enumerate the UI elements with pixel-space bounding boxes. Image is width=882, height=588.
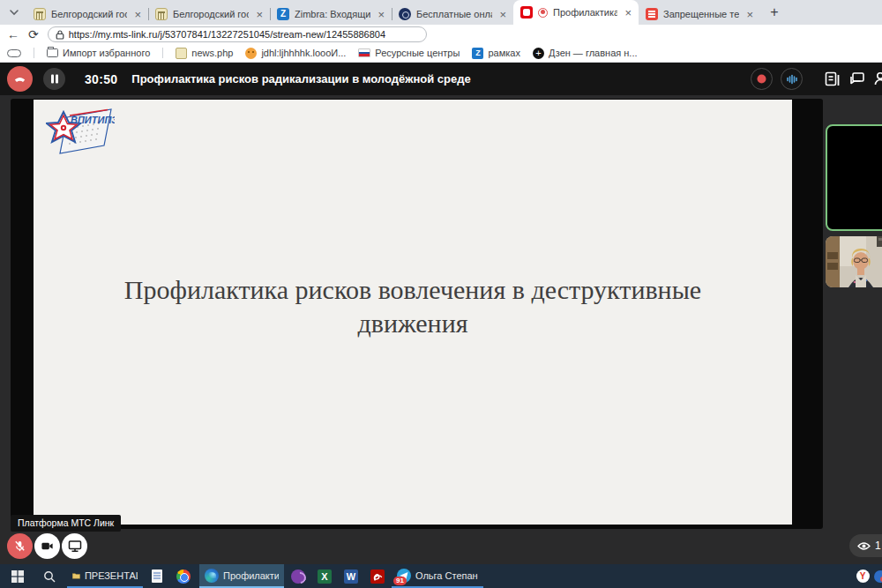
taskbar-telegram[interactable]: 91 Ольга Степановна... <box>392 564 483 588</box>
meeting-body: ВПИТИПЗ Профилактика рисков вовлечения в… <box>0 95 882 564</box>
camera-button[interactable] <box>34 533 60 559</box>
taskbar-search-button[interactable] <box>37 564 62 588</box>
unread-badge: 91 <box>393 577 407 585</box>
taskbar-purple-app[interactable] <box>286 564 310 588</box>
divider <box>162 48 163 58</box>
zimbra-icon: Z <box>277 8 289 20</box>
tab-title: Профилактика рисков ради <box>553 7 617 18</box>
tray-browser-icon[interactable]: Y <box>854 564 871 588</box>
mts-link-icon <box>520 6 533 19</box>
microphone-muted-button[interactable] <box>7 533 33 559</box>
bookmark-label: news.php <box>191 48 233 58</box>
tab-free-courses[interactable]: Бесплатные онлайн-курсы повы × <box>392 4 513 25</box>
participant-tile-camera[interactable] <box>826 236 882 287</box>
bookmark-import-favorites[interactable]: Импорт избранного <box>47 48 150 58</box>
address-bar[interactable]: https://my.mts-link.ru/j/53707841/132272… <box>48 26 427 42</box>
start-button[interactable] <box>5 564 30 588</box>
taskbar-item-label: ПРЕЗЕНТАЦИИ В... <box>85 570 138 581</box>
bookmark-label: рамках <box>488 48 519 58</box>
phone-icon <box>12 71 27 86</box>
browser-tab-strip: Белгородский государственный × Белгородс… <box>0 0 882 25</box>
presentation-slide: ВПИТИПЗ Профилактика рисков вовлечения в… <box>34 100 792 525</box>
pause-button[interactable] <box>43 68 65 90</box>
vpitipz-logo: ВПИТИПЗ <box>46 107 115 161</box>
back-icon[interactable]: ← <box>7 28 19 41</box>
tab-close-icon[interactable]: × <box>623 6 633 19</box>
dzen-icon: + <box>533 48 544 59</box>
taskbar-acrobat[interactable] <box>365 564 390 588</box>
header-actions <box>751 68 882 90</box>
emoji-icon <box>245 48 257 59</box>
tray-app-icon <box>874 570 882 583</box>
tab-zimbra-inbox[interactable]: Z Zimbra: Входящие × <box>270 4 392 25</box>
bookmark-label: Дзен — главная н... <box>549 48 638 58</box>
bookmark-label: Ресурсные центры <box>375 48 460 58</box>
tab-close-icon[interactable]: × <box>744 8 755 21</box>
slide-title-line1: Профилактика рисков вовлечения в деструк… <box>34 273 792 307</box>
taskbar-excel[interactable]: X <box>312 564 337 588</box>
taskbar-word[interactable]: W <box>339 564 363 588</box>
folder-icon <box>72 570 80 581</box>
reading-list-icon[interactable] <box>7 49 21 57</box>
taskbar-edge-meeting[interactable]: Профилактика ри... <box>199 564 284 588</box>
chat-icon[interactable] <box>848 71 865 87</box>
red-document-icon <box>646 8 658 20</box>
bookmarks-bar: Импорт избранного news.php jdhl:ljhhhhk.… <box>0 44 882 63</box>
meeting-timer: 30:50 <box>85 72 117 86</box>
media-controls <box>7 533 87 559</box>
slide-title-line2: движения <box>34 307 792 340</box>
windows-icon <box>11 570 24 583</box>
audio-level-button[interactable] <box>781 68 803 90</box>
viewer-count-pill[interactable]: 1 <box>849 534 882 557</box>
ru-flag-icon <box>358 48 370 57</box>
folder-icon <box>47 48 58 57</box>
windows-taskbar: ПРЕЗЕНТАЦИИ В... Профилактика ри... X W <box>0 564 882 588</box>
zimbra-icon: Z <box>472 48 483 59</box>
taskbar-document-app[interactable] <box>145 564 169 588</box>
recording-indicator-button[interactable] <box>751 68 773 90</box>
end-call-button[interactable] <box>7 66 33 92</box>
tab-belgorod-university-2[interactable]: Белгородский государственный × <box>148 4 270 25</box>
refresh-icon[interactable]: ⟳ <box>28 28 39 41</box>
bookmark-dzen[interactable]: + Дзен — главная н... <box>533 48 638 59</box>
tab-banned-organizations[interactable]: Запрещенные террористическ × <box>639 4 760 25</box>
bookmark-label: Импорт избранного <box>63 48 150 58</box>
bookmark-resource-centers[interactable]: Ресурсные центры <box>358 48 460 58</box>
participant-video <box>826 236 882 287</box>
meeting-header: 30:50 Профилактика рисков радикализации … <box>0 63 882 95</box>
tab-title: Белгородский государственный <box>51 9 127 19</box>
taskbar-chrome[interactable] <box>171 564 196 588</box>
mic-off-icon <box>13 540 26 553</box>
bookmark-ramkah[interactable]: Z рамках <box>472 48 519 59</box>
university-icon <box>155 8 168 20</box>
participants-icon[interactable] <box>873 71 882 87</box>
tab-title: Бесплатные онлайн-курсы повы <box>416 9 492 19</box>
tab-close-icon[interactable]: × <box>132 8 143 21</box>
screen-share-button[interactable] <box>62 533 87 559</box>
tab-belgorod-university-1[interactable]: Белгородский государственный × <box>26 4 148 25</box>
tab-close-icon[interactable]: × <box>376 8 386 21</box>
tab-title: Zimbra: Входящие <box>295 9 370 19</box>
notes-icon[interactable] <box>824 71 841 87</box>
new-tab-button[interactable]: + <box>764 2 785 23</box>
participant-tile-active-speaker[interactable] <box>826 124 882 231</box>
taskbar-presentations-folder[interactable]: ПРЕЗЕНТАЦИИ В... <box>67 564 143 588</box>
taskbar-item-label: Профилактика ри... <box>223 570 279 581</box>
browser-toolbar: ← ⟳ https://my.mts-link.ru/j/53707841/13… <box>0 25 882 44</box>
bookmark-jdhl[interactable]: jdhl:ljhhhhk.loooИ... <box>245 48 346 59</box>
bookmark-news[interactable]: news.php <box>176 48 233 59</box>
tray-partial-icon[interactable] <box>874 564 882 588</box>
tab-mts-link-meeting[interactable]: Профилактика рисков ради × <box>513 0 639 25</box>
telegram-icon: 91 <box>397 569 411 583</box>
screen: Белгородский государственный × Белгородс… <box>0 0 882 588</box>
tab-close-icon[interactable]: × <box>254 8 265 21</box>
viewer-count: 1 <box>875 540 881 552</box>
tab-close-icon[interactable]: × <box>497 8 508 21</box>
camera-icon <box>41 540 54 553</box>
platform-tooltip: Платформа МТС Линк <box>11 515 121 532</box>
tab-search-chevron-icon[interactable] <box>4 3 25 22</box>
purple-app-icon <box>291 569 305 584</box>
university-icon <box>34 8 46 20</box>
url-text: https://my.mts-link.ru/j/53707841/132272… <box>69 29 385 40</box>
news-icon <box>176 48 187 59</box>
